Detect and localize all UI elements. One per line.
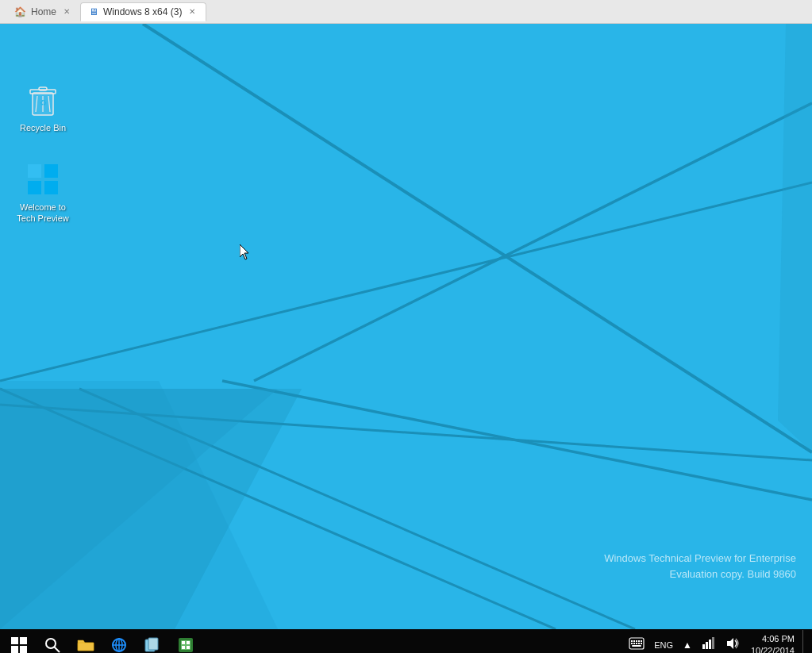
store-button[interactable]	[170, 630, 202, 653]
network-icon[interactable]	[698, 636, 719, 653]
start-icon	[10, 636, 28, 653]
start-button[interactable]	[3, 630, 35, 653]
svg-rect-51	[631, 643, 633, 644]
recycle-bin-label: Recycle Bin	[20, 122, 66, 133]
wallpaper	[0, 24, 812, 629]
svg-rect-59	[709, 640, 711, 649]
svg-rect-52	[633, 643, 635, 644]
files-icon	[144, 636, 161, 653]
recycle-bin-image: ♻	[24, 81, 62, 119]
desktop: ♻ Recycle Bin Welcome to Tech Preview Wi…	[0, 24, 812, 629]
recycle-bin-icon[interactable]: ♻ Recycle Bin	[11, 78, 75, 136]
svg-line-31	[54, 647, 60, 652]
svg-rect-21	[44, 164, 58, 178]
svg-rect-48	[636, 640, 637, 642]
svg-rect-58	[706, 642, 708, 649]
win8-tab-close[interactable]: ✕	[187, 6, 198, 17]
svg-rect-54	[638, 643, 640, 644]
watermark-line1: Windows Technical Preview for Enterprise	[604, 551, 796, 567]
watermark-line2: Evaluation copy. Build 9860	[604, 567, 796, 582]
svg-rect-49	[638, 640, 640, 642]
taskbar: ENG ▲ 4:06 PM 10/22/2014	[0, 629, 812, 653]
language-button[interactable]: ENG	[651, 640, 676, 650]
systray: ENG ▲ 4:06 PM 10/22/2014	[621, 629, 812, 653]
svg-rect-46	[631, 640, 633, 642]
svg-rect-38	[148, 638, 158, 650]
svg-rect-26	[11, 637, 18, 644]
svg-rect-15	[39, 87, 47, 90]
svg-rect-55	[641, 643, 642, 644]
svg-rect-23	[44, 181, 58, 194]
svg-rect-47	[633, 640, 635, 642]
svg-text:♻: ♻	[40, 98, 47, 107]
svg-marker-61	[727, 638, 733, 649]
store-icon	[177, 636, 194, 653]
browser-chrome: 🏠 Home ✕ 🖥 Windows 8 x64 (3) ✕	[0, 0, 812, 24]
volume-svg	[725, 636, 740, 651]
win8-tab-label: Windows 8 x64 (3)	[103, 6, 182, 17]
file-explorer-button[interactable]	[70, 630, 102, 653]
svg-rect-28	[11, 646, 18, 653]
svg-rect-42	[187, 641, 190, 644]
clock-date: 10/22/2014	[751, 645, 795, 653]
welcome-label: Welcome to Tech Preview	[17, 202, 68, 225]
svg-rect-44	[187, 646, 190, 649]
tab-home[interactable]: 🏠 Home ✕	[6, 2, 80, 21]
svg-rect-27	[20, 637, 27, 644]
search-icon	[44, 636, 61, 653]
system-clock[interactable]: 4:06 PM 10/22/2014	[746, 633, 799, 653]
svg-rect-50	[641, 640, 642, 642]
home-tab-icon: 🏠	[14, 6, 26, 17]
svg-rect-43	[182, 646, 185, 649]
home-tab-close[interactable]: ✕	[61, 6, 72, 17]
svg-rect-22	[28, 181, 41, 194]
volume-icon[interactable]	[722, 636, 743, 653]
show-desktop-button[interactable]	[802, 630, 807, 653]
search-button[interactable]	[37, 630, 68, 653]
svg-rect-57	[702, 644, 705, 649]
ie-button[interactable]	[103, 630, 135, 653]
network-svg	[702, 636, 716, 651]
ie-icon	[110, 636, 128, 653]
keyboard-svg	[629, 637, 645, 650]
svg-rect-53	[636, 643, 637, 644]
welcome-icon[interactable]: Welcome to Tech Preview	[11, 157, 75, 228]
svg-rect-24	[28, 164, 41, 178]
watermark: Windows Technical Preview for Enterprise…	[604, 551, 796, 582]
keyboard-icon[interactable]	[625, 637, 648, 653]
home-tab-label: Home	[31, 6, 56, 17]
svg-rect-60	[712, 637, 714, 649]
show-hidden-icons[interactable]: ▲	[679, 640, 695, 651]
windows-logo-image	[24, 160, 62, 198]
svg-rect-56	[632, 645, 641, 647]
tab-win8[interactable]: 🖥 Windows 8 x64 (3) ✕	[80, 2, 206, 21]
folder-icon	[77, 636, 94, 653]
svg-rect-32	[78, 643, 94, 651]
clock-time: 4:06 PM	[751, 633, 795, 645]
win8-tab-icon: 🖥	[89, 6, 98, 17]
svg-rect-41	[182, 641, 185, 644]
svg-rect-29	[20, 646, 27, 653]
files-button[interactable]	[137, 630, 168, 653]
